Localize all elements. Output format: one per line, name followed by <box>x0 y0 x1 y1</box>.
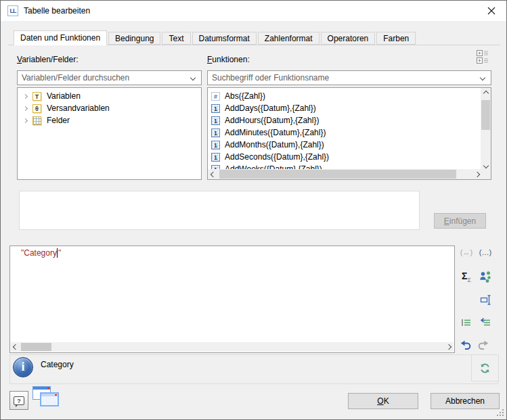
function-item[interactable]: AddMinutes({Datum},{Zahl}) <box>208 126 481 139</box>
variables-search-combo <box>17 70 202 85</box>
titlebar: LL Tabelle bearbeiten <box>1 1 506 21</box>
function-item[interactable]: Abs({Zahl}) <box>208 90 481 102</box>
info-icon <box>13 357 33 377</box>
variables-tree: Variablen Versandvariablen Felder <box>17 87 202 180</box>
editor-horizontal-scrollbar[interactable] <box>11 342 454 352</box>
tab-zahlenformat[interactable]: Zahlenformat <box>258 32 319 45</box>
functions-vertical-scrollbar[interactable] <box>481 88 491 170</box>
group-functions-icon[interactable] <box>477 49 489 66</box>
variables-search-input[interactable] <box>18 71 201 85</box>
scroll-left-icon[interactable] <box>11 342 20 352</box>
functions-list-content: Abs({Zahl}) AddDays({Datum},{Zahl}) AddH… <box>208 88 481 169</box>
tab-daten-und-funktionen[interactable]: Daten und Funktionen <box>14 30 107 45</box>
scrollbar-thumb[interactable] <box>481 100 490 130</box>
insert-field-icon[interactable] <box>477 291 493 308</box>
function-item[interactable]: AddMonths({Datum},{Zahl}) <box>208 139 481 151</box>
resize-grip[interactable] <box>495 408 504 416</box>
refresh-icon <box>479 363 491 374</box>
close-button[interactable] <box>476 1 506 20</box>
undo-lines-icon[interactable] <box>477 314 493 331</box>
date-function-icon <box>211 116 220 125</box>
parentheses-pair-icon[interactable]: (↔) <box>458 244 475 260</box>
function-item[interactable]: AddHours({Datum},{Zahl}) <box>208 114 481 126</box>
table-field-icon <box>32 116 41 125</box>
window-title: Tabelle bearbeiten <box>24 1 90 21</box>
close-icon <box>487 7 495 15</box>
scroll-right-icon[interactable] <box>444 342 454 352</box>
tab-text[interactable]: Text <box>162 32 190 45</box>
redo-icon[interactable] <box>476 337 492 353</box>
tree-item-versandvariablen[interactable]: Versandvariablen <box>18 102 201 114</box>
help-icon: ? <box>14 396 24 405</box>
number-function-icon <box>211 92 220 101</box>
indent-lines-icon[interactable] <box>458 314 475 331</box>
tree-item-felder[interactable]: Felder <box>18 114 201 126</box>
variables-fields-label: Variablen/Felder: <box>17 55 79 64</box>
text-variable-icon <box>32 92 41 101</box>
tab-bedingung[interactable]: Bedingung <box>108 32 160 45</box>
functions-list: Abs({Zahl}) AddDays({Datum},{Zahl}) AddH… <box>207 87 491 180</box>
tab-farben[interactable]: Farben <box>376 32 416 45</box>
tab-operatoren[interactable]: Operatoren <box>321 32 376 45</box>
insert-button[interactable]: Einfügen <box>434 213 486 229</box>
expand-chevron-icon[interactable] <box>23 93 28 98</box>
people-icon[interactable] <box>477 269 493 285</box>
parentheses-dots-icon[interactable]: (…) <box>477 244 493 260</box>
date-function-icon <box>211 153 220 162</box>
refresh-button[interactable] <box>471 354 499 381</box>
cascade-windows-icon[interactable] <box>32 386 60 411</box>
formula-editor[interactable]: "Category" <box>9 246 455 353</box>
scrollbar-thumb[interactable] <box>21 343 51 351</box>
scrollbar-thumb[interactable] <box>219 170 456 179</box>
edit-table-dialog: LL Tabelle bearbeiten Daten und Funktion… <box>0 0 507 420</box>
functions-label: Funktionen: <box>207 55 250 64</box>
date-function-icon <box>211 104 220 113</box>
sum-icon[interactable]: ΣΣ <box>458 269 475 285</box>
tree-item-variablen[interactable]: Variablen <box>18 90 201 102</box>
date-function-icon <box>211 141 220 149</box>
status-strip: Category <box>9 354 498 384</box>
scroll-up-icon[interactable] <box>481 88 491 98</box>
ok-button[interactable]: OK <box>348 393 418 409</box>
expand-chevron-icon[interactable] <box>23 118 28 122</box>
function-item[interactable]: AddWeeks({Datum},{Zahl}) <box>208 163 481 169</box>
functions-search-combo <box>207 70 491 85</box>
help-button[interactable]: ? <box>9 391 28 410</box>
function-item[interactable]: AddDays({Datum},{Zahl}) <box>208 102 481 114</box>
undo-icon[interactable] <box>457 337 473 353</box>
status-text: Category <box>41 360 74 369</box>
cancel-button[interactable]: Abbrechen <box>431 393 500 409</box>
shipping-variable-icon <box>32 104 41 113</box>
tab-bar: Daten und Funktionen Bedingung Text Datu… <box>8 30 500 45</box>
date-function-icon <box>211 129 220 137</box>
function-description-box <box>19 191 420 230</box>
expand-chevron-icon[interactable] <box>23 106 28 110</box>
formula-text: "Category" <box>21 248 61 258</box>
functions-search-input[interactable] <box>208 71 491 85</box>
scrollbar-corner <box>481 169 491 179</box>
scroll-left-icon[interactable] <box>208 169 218 179</box>
app-logo-ll-icon: LL <box>7 5 18 16</box>
function-item[interactable]: AddSeconds({Datum},{Zahl}) <box>208 151 481 163</box>
tab-datumsformat[interactable]: Datumsformat <box>192 32 257 45</box>
functions-horizontal-scrollbar[interactable] <box>208 169 482 179</box>
